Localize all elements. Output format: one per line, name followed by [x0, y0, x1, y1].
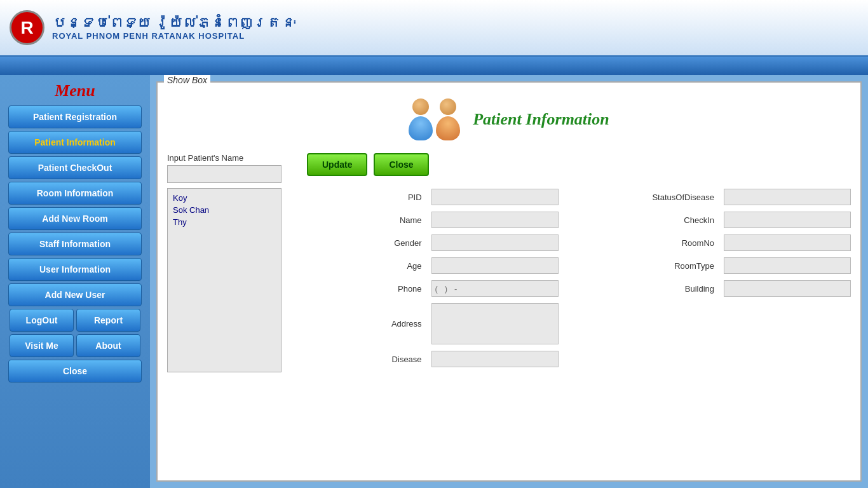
- age-label: Age: [307, 261, 422, 271]
- sidebar-visit-me-button[interactable]: Visit Me: [10, 334, 74, 357]
- sidebar: Menu Patient Registration Patient Inform…: [0, 75, 150, 488]
- pid-label: PID: [307, 193, 422, 202]
- list-item[interactable]: Koy: [171, 192, 278, 204]
- sidebar-close-button[interactable]: Close: [8, 360, 142, 383]
- sidebar-item-add-new-user[interactable]: Add New User: [8, 283, 142, 306]
- roomtype-label: RoomType: [568, 261, 714, 271]
- status-label: StatusOfDisease: [568, 193, 714, 202]
- right-panel: Update Close PID StatusOfDisease Name: [307, 153, 851, 372]
- building-input[interactable]: [724, 280, 851, 297]
- male-head: [412, 98, 429, 115]
- male-figure: [409, 98, 433, 140]
- patient-name-input[interactable]: [167, 165, 281, 183]
- patient-info-title: Patient Information: [473, 110, 609, 129]
- fields-grid: PID StatusOfDisease Name CheckIn Gender: [307, 189, 851, 367]
- show-box-label: Show Box: [164, 75, 210, 85]
- english-title: ROYAL PHNOM PENH RATANAK HOSPITAL: [52, 31, 295, 41]
- disease-label: Disease: [307, 355, 422, 364]
- sidebar-item-user-information[interactable]: User Information: [8, 258, 142, 281]
- building-label: Building: [568, 284, 714, 294]
- age-input[interactable]: [431, 257, 559, 274]
- phone-input[interactable]: [431, 280, 559, 297]
- sidebar-item-staff-information[interactable]: Staff Information: [8, 233, 142, 255]
- show-box: Show Box Patient Information: [156, 81, 862, 482]
- logo-letter: R: [20, 18, 33, 38]
- sidebar-bottom-row1: LogOut Report: [10, 309, 140, 332]
- update-button[interactable]: Update: [307, 153, 367, 176]
- header: R បន្ទប់ពេទ្យ រ៉ូយ៉ល់ភ្នំពេញរតនៈ ROYAL P…: [0, 0, 868, 57]
- sidebar-about-button[interactable]: About: [76, 334, 140, 357]
- female-figure: [436, 98, 460, 140]
- list-item[interactable]: Sok Chan: [171, 204, 278, 216]
- sidebar-logout-button[interactable]: LogOut: [10, 309, 74, 332]
- khmer-title: បន្ទប់ពេទ្យ រ៉ូយ៉ល់ភ្នំពេញរតនៈ: [52, 15, 295, 31]
- menu-title: Menu: [55, 81, 95, 100]
- content-area: Show Box Patient Information: [150, 75, 868, 488]
- sidebar-item-patient-checkout[interactable]: Patient CheckOut: [8, 156, 142, 179]
- female-head: [440, 98, 456, 115]
- pid-input[interactable]: [431, 189, 559, 205]
- header-bar: [0, 57, 868, 75]
- hospital-logo: R: [10, 10, 44, 45]
- female-body: [436, 116, 460, 140]
- list-item[interactable]: Thy: [171, 216, 278, 228]
- left-panel: Input Patient's Name Koy Sok Chan Thy: [167, 153, 294, 372]
- name-label: Name: [307, 215, 422, 225]
- roomno-input[interactable]: [724, 234, 851, 251]
- name-field-input[interactable]: [431, 212, 559, 228]
- main-layout: Menu Patient Registration Patient Inform…: [0, 75, 868, 488]
- header-text: បន្ទប់ពេទ្យ រ៉ូយ៉ល់ភ្នំពេញរតនៈ ROYAL PHN…: [52, 15, 295, 41]
- disease-input[interactable]: [431, 351, 559, 367]
- sidebar-item-add-new-room[interactable]: Add New Room: [8, 207, 142, 230]
- sidebar-report-button[interactable]: Report: [76, 309, 140, 332]
- status-input[interactable]: [724, 189, 851, 205]
- patient-header: Patient Information: [167, 92, 851, 140]
- phone-label: Phone: [307, 284, 422, 294]
- address-input[interactable]: [431, 303, 559, 344]
- gender-input[interactable]: [431, 234, 559, 251]
- checkin-label: CheckIn: [568, 215, 714, 225]
- patient-list[interactable]: Koy Sok Chan Thy: [167, 188, 281, 372]
- name-input-label: Input Patient's Name: [167, 153, 294, 163]
- close-button[interactable]: Close: [374, 153, 428, 176]
- roomno-label: RoomNo: [568, 238, 714, 248]
- gender-label: Gender: [307, 238, 422, 248]
- sidebar-item-patient-information[interactable]: Patient Information: [8, 131, 142, 154]
- sidebar-item-patient-registration[interactable]: Patient Registration: [8, 105, 142, 128]
- form-area: Input Patient's Name Koy Sok Chan Thy Up…: [167, 153, 851, 372]
- address-label: Address: [307, 319, 422, 329]
- sidebar-item-room-information[interactable]: Room Information: [8, 182, 142, 205]
- sidebar-bottom-row2: Visit Me About: [10, 334, 140, 357]
- roomtype-input[interactable]: [724, 257, 851, 274]
- patient-icon: [409, 98, 460, 140]
- male-body: [409, 116, 433, 140]
- checkin-input[interactable]: [724, 212, 851, 228]
- action-buttons: Update Close: [307, 153, 851, 176]
